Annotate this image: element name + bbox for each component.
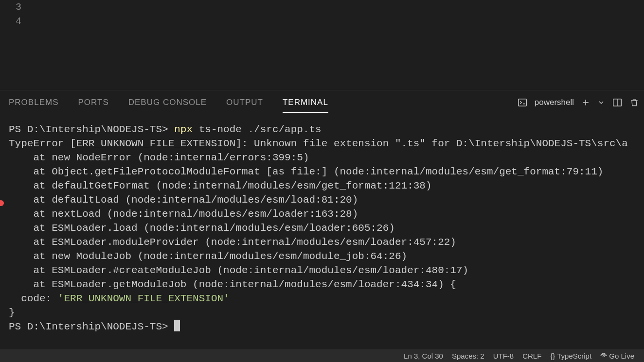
new-terminal-icon[interactable] <box>581 98 590 107</box>
svg-point-2 <box>603 355 605 357</box>
panel-tabbar: PROBLEMS PORTS DEBUG CONSOLE OUTPUT TERM… <box>0 90 644 115</box>
trace-line: at ESMLoader.load (node:internal/modules… <box>9 223 395 234</box>
trash-icon[interactable] <box>629 98 639 107</box>
status-golive[interactable]: Go Live <box>600 352 634 360</box>
terminal-cursor <box>174 320 180 331</box>
trace-line: at Object.getFileProtocolModuleFormat [a… <box>9 166 603 177</box>
tab-debug-console[interactable]: DEBUG CONSOLE <box>128 93 207 112</box>
status-language[interactable]: {} TypeScript <box>550 352 591 360</box>
status-eol[interactable]: CRLF <box>522 352 541 360</box>
trace-line: at defaultLoad (node:internal/modules/es… <box>9 194 358 206</box>
panel-actions: powershell <box>517 97 639 108</box>
close-brace: } <box>9 307 15 318</box>
svg-rect-0 <box>518 99 526 106</box>
code-label: code: <box>9 293 58 304</box>
chevron-down-icon[interactable] <box>597 99 605 106</box>
trace-line: at new ModuleJob (node:internal/modules/… <box>9 251 407 262</box>
error-header: TypeError [ERR_UNKNOWN_FILE_EXTENSION]: … <box>9 138 628 149</box>
tab-ports[interactable]: PORTS <box>78 93 108 112</box>
editor-area[interactable]: 3 4 <box>0 0 644 90</box>
line-number-3: 3 <box>0 0 29 14</box>
terminal-launch-icon[interactable] <box>517 97 528 108</box>
terminal-output[interactable]: PS D:\Intership\NODEJS-TS> npx ts-node .… <box>0 115 644 334</box>
trace-line: at defaultGetFormat (node:internal/modul… <box>9 180 432 191</box>
trace-line: at ESMLoader.getModuleJob (node:internal… <box>9 279 456 290</box>
trace-line: at ESMLoader.moduleProvider (node:intern… <box>9 237 456 248</box>
prompt-line-1: PS D:\Intership\NODEJS-TS> <box>9 124 174 135</box>
status-bar: Ln 3, Col 30 Spaces: 2 UTF-8 CRLF {} Typ… <box>0 349 644 362</box>
tab-problems[interactable]: PROBLEMS <box>9 93 58 112</box>
trace-line: at ESMLoader.#createModuleJob (node:inte… <box>9 265 468 276</box>
line-number-4: 4 <box>0 14 29 28</box>
status-spaces[interactable]: Spaces: 2 <box>452 352 484 360</box>
command-npx: npx <box>174 124 193 135</box>
code-value: 'ERR_UNKNOWN_FILE_EXTENSION' <box>58 293 230 304</box>
split-terminal-icon[interactable] <box>612 97 623 108</box>
command-args: ts-node ./src/app.ts <box>193 124 322 135</box>
tab-terminal[interactable]: TERMINAL <box>283 93 328 113</box>
status-lncol[interactable]: Ln 3, Col 30 <box>404 352 443 360</box>
prompt-line-2: PS D:\Intership\NODEJS-TS> <box>9 321 174 332</box>
status-encoding[interactable]: UTF-8 <box>493 352 514 360</box>
trace-line: at nextLoad (node:internal/modules/esm/l… <box>9 208 358 220</box>
trace-line: at new NodeError (node:internal/errors:3… <box>9 152 309 163</box>
shell-name[interactable]: powershell <box>535 98 574 107</box>
bottom-panel: PROBLEMS PORTS DEBUG CONSOLE OUTPUT TERM… <box>0 90 644 352</box>
tab-output[interactable]: OUTPUT <box>226 93 263 112</box>
